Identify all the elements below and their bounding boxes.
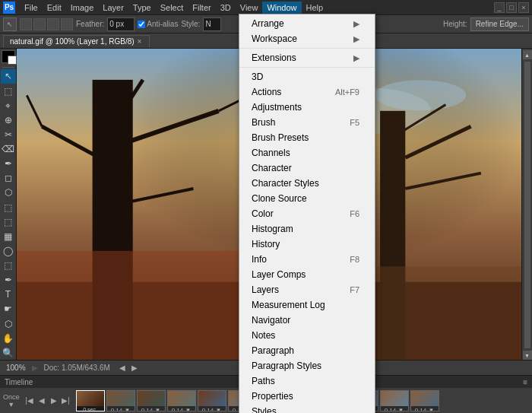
close-button[interactable]: ×: [518, 2, 529, 13]
menu-help[interactable]: Help: [302, 2, 328, 14]
menu-item-navigator[interactable]: Navigator: [239, 313, 375, 328]
menu-item-notes[interactable]: Notes: [239, 328, 375, 343]
menu-item-paragraph[interactable]: Paragraph: [239, 343, 375, 358]
menu-filter[interactable]: Filter: [188, 2, 215, 14]
timeline-frame-12[interactable]: 0.14 ▼: [410, 390, 439, 411]
feather-label: Feather:: [76, 20, 104, 28]
brush-tool[interactable]: ◻: [1, 171, 16, 185]
feather-input[interactable]: [107, 17, 135, 31]
menu-item-clone-source[interactable]: Clone Source: [239, 191, 375, 206]
timeline-prev-frame[interactable]: ◀: [36, 396, 47, 406]
menu-item-character[interactable]: Character: [239, 160, 375, 176]
menu-item-adjustments[interactable]: Adjustments: [239, 100, 375, 115]
panel-scroll-down[interactable]: ▼: [523, 351, 532, 360]
timeline-frame-5[interactable]: 0.14 ▼: [198, 390, 226, 411]
marquee-tool[interactable]: ⬚: [1, 84, 16, 98]
clone-tool[interactable]: ⬡: [1, 186, 16, 199]
zoom-tool[interactable]: 🔍: [1, 346, 16, 360]
marquee-opt-2[interactable]: [33, 18, 46, 30]
menu-item-color[interactable]: Color F6: [239, 206, 375, 221]
menu-section-1: Arrange ▶ Workspace ▶: [239, 14, 375, 49]
timeline-first-frame[interactable]: |◀: [24, 396, 35, 406]
height-label: Height:: [443, 20, 467, 28]
toolbar-left: ↖ ⬚ ⌖ ⊕ ✂ ⌫ ✒ ◻ ⬡ ⬚ ⬚ ▦ ◯ ⬚ ✒ T ☛ ⬡ ✋ 🔍: [0, 49, 17, 360]
timeline-menu-icon[interactable]: ≡: [523, 378, 527, 386]
menu-image[interactable]: Image: [66, 2, 99, 14]
menu-select[interactable]: Select: [156, 2, 188, 14]
menu-item-histogram[interactable]: Histogram: [239, 221, 375, 237]
loop-label: Once: [3, 393, 20, 401]
shape-tool[interactable]: ⬡: [1, 317, 16, 331]
menu-item-arrange[interactable]: Arrange ▶: [239, 16, 375, 31]
menu-file[interactable]: File: [20, 2, 43, 14]
timeline-frame-2[interactable]: 0.14 ▼: [106, 390, 135, 411]
menu-item-3d[interactable]: 3D: [239, 69, 375, 84]
eraser-tool[interactable]: ⬚: [1, 215, 16, 229]
menu-window[interactable]: Window: [262, 2, 301, 14]
eyedropper-tool[interactable]: ⌫: [1, 142, 16, 156]
crop-tool[interactable]: ✂: [1, 128, 16, 141]
timeline-last-frame[interactable]: ▶|: [61, 396, 71, 406]
timeline-frame-4[interactable]: 0.14 ▼: [167, 390, 196, 411]
menu-view[interactable]: View: [236, 2, 263, 14]
timeline-frame-1[interactable]: 0 sec. ▼: [76, 390, 105, 411]
hand-tool[interactable]: ✋: [1, 332, 16, 345]
healing-tool[interactable]: ✒: [1, 157, 16, 170]
menu-item-paragraph-styles[interactable]: Paragraph Styles: [239, 358, 375, 373]
anti-alias-checkbox[interactable]: Anti-alias: [138, 20, 178, 28]
menu-bar[interactable]: Ps File Edit Image Layer Type Select Fil…: [0, 0, 532, 15]
minimize-button[interactable]: _: [494, 2, 505, 13]
menu-item-info[interactable]: Info F8: [239, 252, 375, 267]
menu-item-extensions[interactable]: Extensions ▶: [239, 50, 375, 65]
svg-point-3: [375, 80, 466, 110]
nav-prev[interactable]: ◀: [119, 364, 125, 372]
menu-item-character-styles[interactable]: Character Styles: [239, 176, 375, 191]
timeline-play[interactable]: ▶: [49, 396, 59, 406]
svg-rect-16: [17, 251, 269, 360]
menu-item-layer-comps[interactable]: Layer Comps: [239, 267, 375, 282]
refine-edge-button[interactable]: Refine Edge...: [470, 17, 529, 31]
pen-tool[interactable]: ✒: [1, 273, 16, 287]
marquee-opt-4[interactable]: [61, 18, 73, 30]
menu-layer[interactable]: Layer: [98, 2, 128, 14]
menu-item-actions[interactable]: Actions Alt+F9: [239, 84, 375, 100]
document-tab[interactable]: natural.gif @ 100% (Layer 1, RGB/8) ×: [3, 35, 150, 47]
menu-item-workspace[interactable]: Workspace ▶: [239, 31, 375, 46]
menu-item-history[interactable]: History: [239, 237, 375, 252]
dodge-tool[interactable]: ⬚: [1, 259, 16, 272]
menu-item-channels[interactable]: Channels: [239, 145, 375, 160]
menu-item-brush-presets[interactable]: Brush Presets: [239, 130, 375, 145]
quick-select-tool[interactable]: ⊕: [1, 113, 16, 127]
style-label: Style:: [181, 20, 200, 28]
tab-close-icon[interactable]: ×: [138, 37, 142, 46]
color-swatches[interactable]: [2, 50, 15, 63]
menu-type[interactable]: Type: [128, 2, 156, 14]
tool-options-icon: ↖: [3, 17, 17, 31]
type-tool[interactable]: T: [1, 288, 16, 301]
menu-item-layers[interactable]: Layers F7: [239, 282, 375, 297]
timeline-frame-3[interactable]: 0.14 ▼: [137, 390, 166, 411]
panel-scroll-up[interactable]: ▲: [523, 50, 532, 59]
path-tool[interactable]: ☛: [1, 302, 16, 316]
loop-arrow[interactable]: ▼: [8, 401, 14, 408]
menu-item-paths[interactable]: Paths: [239, 373, 375, 389]
move-tool[interactable]: ↖: [1, 69, 16, 83]
nav-next[interactable]: ▶: [131, 364, 138, 372]
style-input[interactable]: [203, 17, 221, 31]
marquee-opt-3[interactable]: [47, 18, 59, 30]
blur-tool[interactable]: ◯: [1, 244, 16, 258]
maximize-button[interactable]: □: [506, 2, 517, 13]
marquee-opt-1[interactable]: [20, 18, 32, 30]
lasso-tool[interactable]: ⌖: [1, 99, 16, 113]
timeline-frame-11[interactable]: 0.14 ▼: [380, 390, 409, 411]
menu-item-styles[interactable]: Styles: [239, 404, 375, 413]
gradient-tool[interactable]: ▦: [1, 230, 16, 243]
menu-item-properties[interactable]: Properties: [239, 389, 375, 404]
menu-3d[interactable]: 3D: [216, 2, 236, 14]
zoom-level: 100%: [6, 364, 26, 372]
menu-item-brush[interactable]: Brush F5: [239, 115, 375, 130]
history-brush[interactable]: ⬚: [1, 201, 16, 214]
menu-edit[interactable]: Edit: [43, 2, 66, 14]
menu-item-measurement-log[interactable]: Measurement Log: [239, 297, 375, 313]
panel-right: ▲ ▼: [521, 49, 532, 360]
